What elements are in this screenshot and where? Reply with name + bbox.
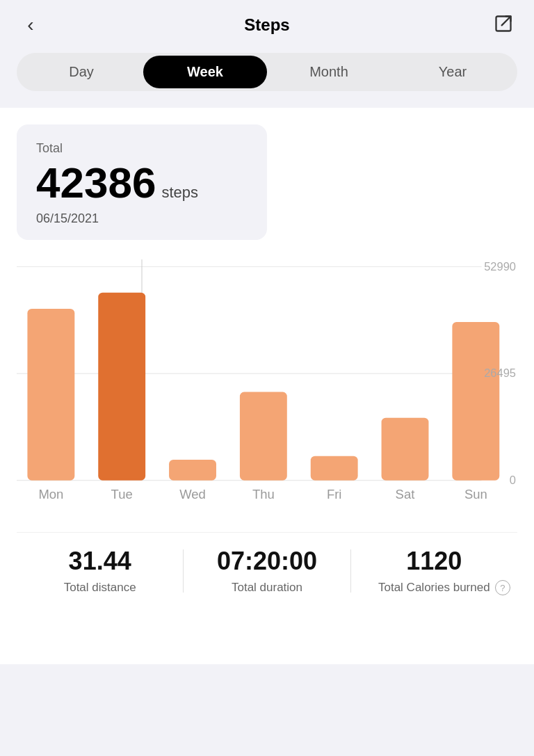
svg-line-1 (502, 17, 511, 26)
bar-chart: Mon Tue Wed Thu Fri Sat Sun 52990 26495 … (17, 259, 517, 510)
stat-duration-label: Total duration (184, 580, 350, 595)
svg-text:52990: 52990 (484, 260, 516, 273)
summary-card: Total 42386 steps 06/15/2021 (17, 124, 267, 240)
summary-steps-unit: steps (161, 184, 198, 202)
help-button[interactable]: ? (495, 580, 510, 595)
svg-text:Sat: Sat (396, 487, 416, 501)
tab-bar: Day Week Month Year (17, 53, 517, 91)
bar-tue[interactable] (98, 293, 145, 481)
main-content: Total 42386 steps 06/15/2021 (0, 108, 534, 664)
bar-sat[interactable] (382, 418, 429, 481)
back-button[interactable]: ‹ (17, 14, 44, 36)
summary-steps-value: 42386 (36, 161, 156, 204)
svg-text:Tue: Tue (111, 487, 133, 501)
svg-text:Fri: Fri (327, 487, 342, 501)
stat-distance-value: 31.44 (17, 547, 183, 576)
stat-duration-value: 07:20:00 (184, 547, 350, 576)
tab-week[interactable]: Week (143, 56, 267, 88)
stat-calories: 1120 Total Calories burned ? (351, 547, 517, 595)
svg-text:Thu: Thu (252, 487, 275, 501)
bar-mon[interactable] (27, 309, 74, 481)
bar-wed[interactable] (169, 460, 216, 481)
tab-month[interactable]: Month (267, 56, 391, 88)
stat-distance-label: Total distance (17, 580, 183, 595)
svg-text:Sun: Sun (464, 487, 487, 501)
svg-text:26495: 26495 (484, 367, 516, 380)
export-button[interactable] (490, 14, 517, 36)
stat-calories-label: Total Calories burned (351, 580, 517, 595)
svg-text:Wed: Wed (179, 487, 206, 501)
stat-duration: 07:20:00 Total duration (184, 547, 350, 595)
stat-calories-value: 1120 (351, 547, 517, 576)
stats-row: 31.44 Total distance 07:20:00 Total dura… (17, 532, 517, 602)
page-title: Steps (244, 15, 289, 35)
bar-thu[interactable] (240, 392, 287, 481)
svg-text:0: 0 (510, 474, 516, 487)
bar-sun[interactable] (452, 322, 499, 481)
export-icon (494, 14, 513, 33)
summary-label: Total (36, 141, 248, 156)
header: ‹ Steps (0, 0, 534, 47)
chart-container: Mon Tue Wed Thu Fri Sat Sun 52990 26495 … (17, 259, 517, 510)
stat-distance: 31.44 Total distance (17, 547, 183, 595)
bar-fri[interactable] (311, 456, 358, 481)
summary-value-row: 42386 steps (36, 161, 248, 204)
tab-day[interactable]: Day (19, 56, 143, 88)
tab-year[interactable]: Year (391, 56, 515, 88)
summary-date: 06/15/2021 (36, 211, 248, 226)
svg-text:Mon: Mon (38, 487, 63, 501)
